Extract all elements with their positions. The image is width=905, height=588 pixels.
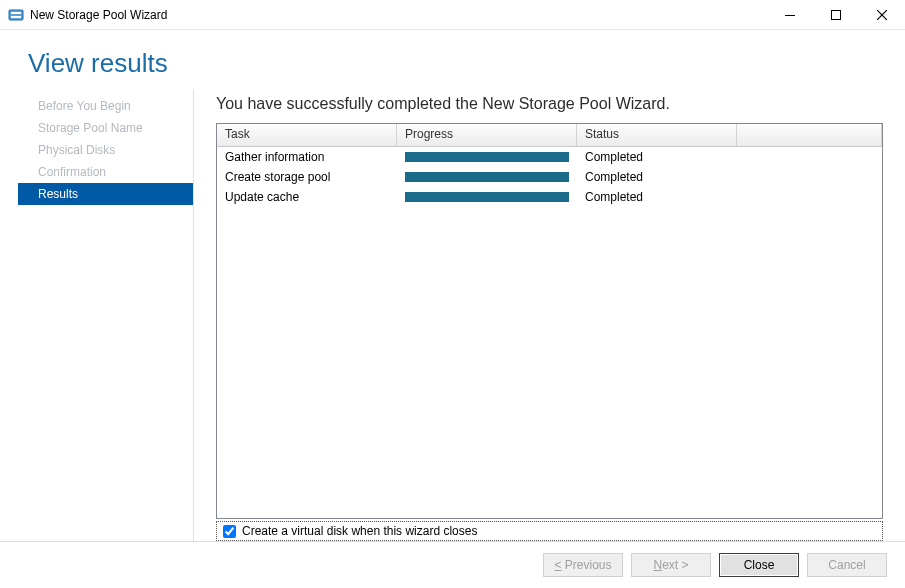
cell-progress xyxy=(397,152,577,162)
cell-progress xyxy=(397,192,577,202)
results-success-text: You have successfully completed the New … xyxy=(216,95,883,113)
sidebar-item-storage-pool-name[interactable]: Storage Pool Name xyxy=(28,117,193,139)
sidebar-item-physical-disks[interactable]: Physical Disks xyxy=(28,139,193,161)
close-window-button[interactable] xyxy=(859,0,905,30)
wizard-steps-sidebar: Before You Begin Storage Pool Name Physi… xyxy=(28,89,194,541)
progress-bar xyxy=(405,192,569,202)
column-header-rest xyxy=(737,124,882,146)
create-virtual-disk-checkbox[interactable] xyxy=(223,525,236,538)
storage-pool-icon xyxy=(8,7,24,23)
window-title: New Storage Pool Wizard xyxy=(30,8,167,22)
results-grid: Task Progress Status Gather information … xyxy=(216,123,883,519)
column-header-progress[interactable]: Progress xyxy=(397,124,577,146)
column-header-status[interactable]: Status xyxy=(577,124,737,146)
cell-task: Gather information xyxy=(217,150,397,164)
sidebar-item-results[interactable]: Results xyxy=(18,183,193,205)
page-heading: View results xyxy=(0,30,905,89)
progress-bar xyxy=(405,152,569,162)
sidebar-item-confirmation[interactable]: Confirmation xyxy=(28,161,193,183)
cell-progress xyxy=(397,172,577,182)
table-row: Update cache Completed xyxy=(217,187,882,207)
column-header-task[interactable]: Task xyxy=(217,124,397,146)
cancel-button: Cancel xyxy=(807,553,887,577)
create-virtual-disk-checkbox-row[interactable]: Create a virtual disk when this wizard c… xyxy=(216,521,883,541)
table-row: Gather information Completed xyxy=(217,147,882,167)
grid-body: Gather information Completed Create stor… xyxy=(217,147,882,518)
svg-rect-2 xyxy=(11,16,21,18)
cell-status: Completed xyxy=(577,170,737,184)
titlebar: New Storage Pool Wizard xyxy=(0,0,905,30)
table-row: Create storage pool Completed xyxy=(217,167,882,187)
cell-status: Completed xyxy=(577,190,737,204)
wizard-footer: < Previous Next > Close Cancel xyxy=(0,541,905,588)
maximize-button[interactable] xyxy=(813,0,859,30)
minimize-button[interactable] xyxy=(767,0,813,30)
create-virtual-disk-label: Create a virtual disk when this wizard c… xyxy=(242,524,477,538)
progress-bar xyxy=(405,172,569,182)
previous-button: < Previous xyxy=(543,553,623,577)
cell-task: Update cache xyxy=(217,190,397,204)
svg-rect-0 xyxy=(9,10,23,20)
next-button: Next > xyxy=(631,553,711,577)
svg-rect-3 xyxy=(785,15,795,16)
cell-status: Completed xyxy=(577,150,737,164)
grid-header: Task Progress Status xyxy=(217,124,882,147)
svg-rect-1 xyxy=(11,12,21,14)
sidebar-item-before-you-begin[interactable]: Before You Begin xyxy=(28,95,193,117)
cell-task: Create storage pool xyxy=(217,170,397,184)
svg-rect-4 xyxy=(832,10,841,19)
close-button[interactable]: Close xyxy=(719,553,799,577)
